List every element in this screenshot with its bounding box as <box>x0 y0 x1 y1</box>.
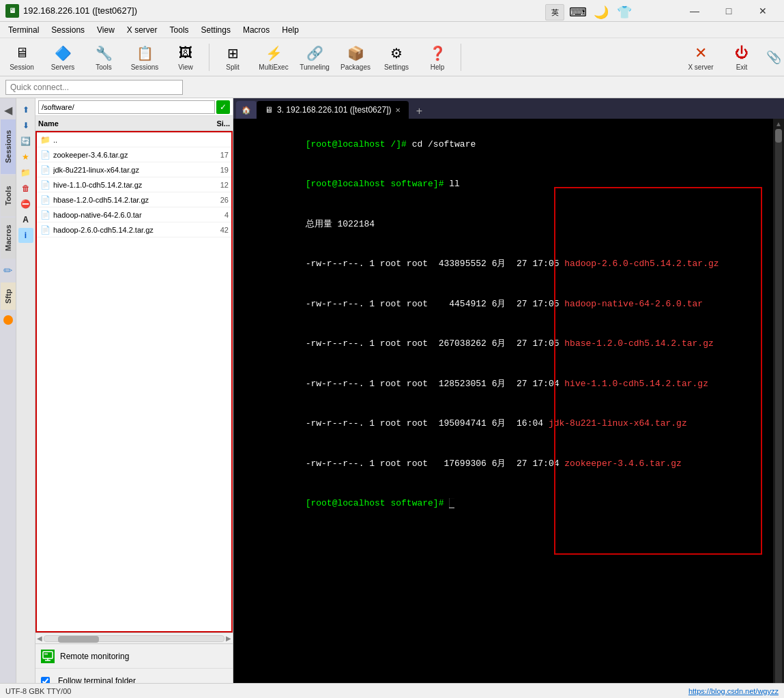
toolbar-view[interactable]: 🖼 View <box>166 40 205 74</box>
terminal-line: -rw-r--r--. 1 root root 267038262 6月 27 … <box>242 324 765 364</box>
menu-tools[interactable]: Tools <box>164 24 194 36</box>
folder-icon[interactable]: 📁 <box>18 165 33 180</box>
menu-view[interactable]: View <box>91 24 120 36</box>
window-controls: — □ ✕ <box>679 1 779 20</box>
toolbar-session[interactable]: 🖥 Session <box>3 40 41 74</box>
terminal-line: [root@localhost software]# █ <box>242 484 765 524</box>
edit-icon[interactable]: ✏ <box>3 264 12 277</box>
tab-close-icon[interactable]: ✕ <box>395 106 401 114</box>
sessions-tab[interactable]: Sessions <box>1 119 16 174</box>
attachment-icon[interactable]: 📎 <box>766 50 781 65</box>
download-icon[interactable]: ⬇ <box>18 118 33 133</box>
stop-icon[interactable]: ⛔ <box>18 197 33 212</box>
file-icon: 📄 <box>40 194 50 205</box>
terminal-content[interactable]: [root@localhost /]# cd /software [root@l… <box>233 119 773 698</box>
title-bar: 🖥 192.168.226.101 ([test0627]) 英 ⌨ 🌙 👕 —… <box>0 0 784 22</box>
app-icon: 🖥 <box>5 4 19 18</box>
menu-settings[interactable]: Settings <box>196 24 236 36</box>
toolbar-settings[interactable]: ⚙ Settings <box>377 40 416 74</box>
bookmark-icon[interactable]: ★ <box>18 149 33 164</box>
file-list-header: Name Si... <box>35 116 233 131</box>
list-item[interactable]: 📄 zookeeper-3.4.6.tar.gz 17 <box>37 147 231 162</box>
menu-macros[interactable]: Macros <box>237 24 275 36</box>
toolbar-xserver[interactable]: ✕ X server <box>682 40 720 74</box>
menu-terminal[interactable]: Terminal <box>3 24 44 36</box>
view-label: View <box>178 63 193 71</box>
ime-moon-icon[interactable]: 🌙 <box>592 3 611 22</box>
xserver-label: X server <box>688 63 713 71</box>
tunneling-label: Tunneling <box>300 63 330 71</box>
menu-sessions[interactable]: Sessions <box>46 24 90 36</box>
session-icon: 🖥 <box>12 44 31 63</box>
file-panel-scrollbar[interactable]: ◀ ▶ <box>35 632 233 643</box>
scroll-left-btn[interactable]: ◀ <box>37 635 42 642</box>
toolbar-exit[interactable]: ⏻ Exit <box>723 40 761 74</box>
terminal-line: -rw-r--r--. 1 root root 17699306 6月 27 1… <box>242 443 765 484</box>
terminal-line: 总用量 1022184 <box>242 204 765 244</box>
list-item[interactable]: 📄 hbase-1.2.0-cdh5.14.2.tar.gz 26 <box>37 192 231 207</box>
toolbar: 🖥 Session 🔷 Servers 🔧 Tools 📋 Sessions 🖼… <box>0 38 784 76</box>
menu-help[interactable]: Help <box>276 24 304 36</box>
left-edge-panel: ⬆ ⬇ 🔄 ★ 📁 🗑 ⛔ A i <box>16 98 35 698</box>
help-label: Help <box>431 63 445 71</box>
path-input[interactable] <box>38 100 215 114</box>
scroll-thumb-vertical[interactable] <box>775 129 782 143</box>
terminal-area: 🏠 🖥 3. 192.168.226.101 ([test0627]) ✕ + … <box>233 98 784 698</box>
settings-icon: ⚙ <box>387 44 406 63</box>
ime-shirt-icon[interactable]: 👕 <box>615 3 634 22</box>
terminal-scrollbar[interactable]: ▲ ▼ <box>773 119 784 698</box>
column-size: Si... <box>199 119 233 128</box>
toolbar-tunneling[interactable]: 🔗 Tunneling <box>295 40 334 74</box>
text-icon[interactable]: A <box>18 212 33 227</box>
file-icon: 📄 <box>40 224 50 235</box>
quick-connect-input[interactable] <box>5 80 183 95</box>
remote-monitoring-button[interactable]: Remote monitoring <box>35 644 233 669</box>
tab-session-3[interactable]: 🖥 3. 192.168.226.101 ([test0627]) ✕ <box>257 101 409 119</box>
delete-icon[interactable]: 🗑 <box>18 181 33 196</box>
file-icon: 📄 <box>40 149 50 160</box>
status-url[interactable]: https://blog.csdn.net/wgyzz <box>688 687 779 695</box>
collapse-arrow[interactable]: ◀ <box>4 104 12 117</box>
sftp-tab[interactable]: Sftp <box>1 282 16 310</box>
toolbar-help[interactable]: ❓ Help <box>418 40 456 74</box>
macros-tab[interactable]: Macros <box>1 218 16 259</box>
toolbar-multiexec[interactable]: ⚡ MultiExec <box>255 40 293 74</box>
path-ok-button[interactable]: ✓ <box>216 100 230 114</box>
list-item[interactable]: 📄 hadoop-native-64-2.6.0.tar 4 <box>37 207 231 222</box>
new-tab-button[interactable]: + <box>411 104 426 119</box>
info-icon[interactable]: i <box>18 228 33 243</box>
scroll-up-btn[interactable]: ▲ <box>775 120 782 128</box>
file-icon: 📄 <box>40 164 50 175</box>
menu-xserver[interactable]: X server <box>121 24 163 36</box>
refresh-icon[interactable]: 🔄 <box>18 134 33 149</box>
help-icon: ❓ <box>428 44 447 63</box>
toolbar-split[interactable]: ⊞ Split <box>214 40 252 74</box>
minimize-button[interactable]: — <box>679 1 710 20</box>
scroll-thumb[interactable] <box>58 636 99 643</box>
toolbar-sessions[interactable]: 📋 Sessions <box>126 40 164 74</box>
list-item[interactable]: 📄 hadoop-2.6.0-cdh5.14.2.tar.gz 42 <box>37 222 231 237</box>
terminal-line: -rw-r--r--. 1 root root 433895552 6月 27 … <box>242 244 765 285</box>
tools-tab[interactable]: Tools <box>1 175 16 216</box>
scroll-track <box>44 635 224 642</box>
terminal-line: -rw-r--r--. 1 root root 195094741 6月 16:… <box>242 404 765 444</box>
upload-icon[interactable]: ⬆ <box>18 102 33 117</box>
xserver-icon: ✕ <box>691 44 710 63</box>
toolbar-packages[interactable]: 📦 Packages <box>336 40 375 74</box>
folder-up-icon: 📁 <box>40 134 50 145</box>
close-button[interactable]: ✕ <box>747 1 779 20</box>
toolbar-sep2 <box>461 44 461 71</box>
toolbar-tools[interactable]: 🔧 Tools <box>85 40 123 74</box>
file-icon: 📄 <box>40 179 50 190</box>
toolbar-servers[interactable]: 🔷 Servers <box>44 40 82 74</box>
ime-chinese-button[interactable]: 英 <box>545 4 564 20</box>
maximize-button[interactable]: □ <box>713 1 744 20</box>
tools-icon: 🔧 <box>94 44 113 63</box>
scroll-right-btn[interactable]: ▶ <box>226 635 231 642</box>
list-item[interactable]: 📄 jdk-8u221-linux-x64.tar.gz 19 <box>37 162 231 177</box>
ime-keyboard-icon[interactable]: ⌨ <box>568 3 587 22</box>
status-indicator <box>3 315 13 325</box>
tab-home[interactable]: 🏠 <box>236 101 257 119</box>
list-item-parent[interactable]: 📁 .. <box>37 132 231 147</box>
list-item[interactable]: 📄 hive-1.1.0-cdh5.14.2.tar.gz 12 <box>37 177 231 192</box>
